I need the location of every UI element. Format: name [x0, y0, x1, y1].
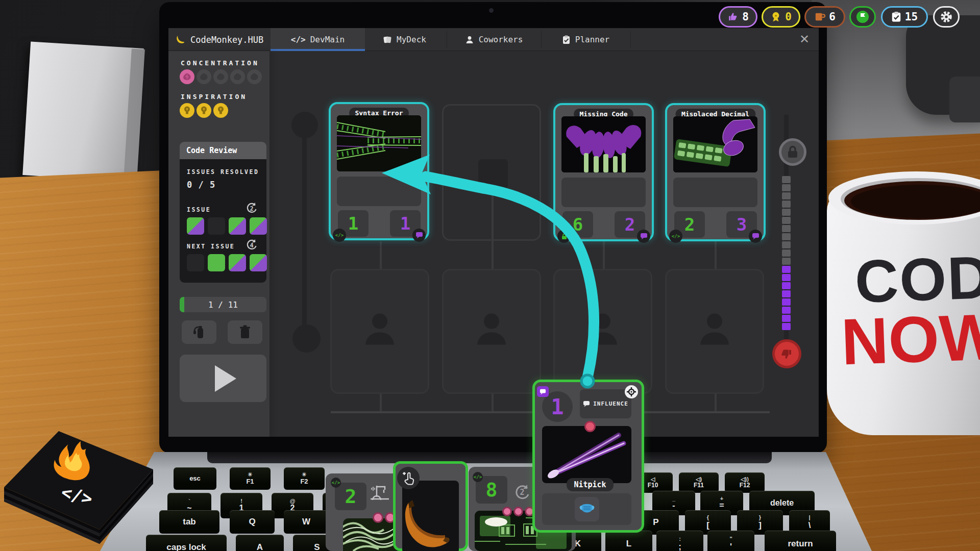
targeting-arrow — [0, 0, 980, 551]
medals-badge[interactable]: ★ 0 — [762, 6, 800, 28]
svg-text:★: ★ — [774, 12, 777, 18]
medal-icon: ★ — [770, 11, 781, 22]
mugs-badge[interactable]: 6 — [804, 6, 845, 28]
flag-icon — [855, 10, 870, 24]
settings-badge[interactable] — [933, 6, 960, 28]
clipboard-check-icon — [891, 11, 901, 22]
gear-icon — [939, 10, 953, 24]
tasks-badge[interactable]: 15 — [881, 6, 928, 28]
scene: CodeMonkey.HUB </> DevMain MyDeck — [0, 0, 980, 551]
likes-badge[interactable]: 8 — [719, 6, 757, 28]
flag-badge[interactable] — [849, 6, 876, 28]
mug-icon — [814, 12, 825, 22]
thumbs-up-icon — [727, 11, 739, 22]
